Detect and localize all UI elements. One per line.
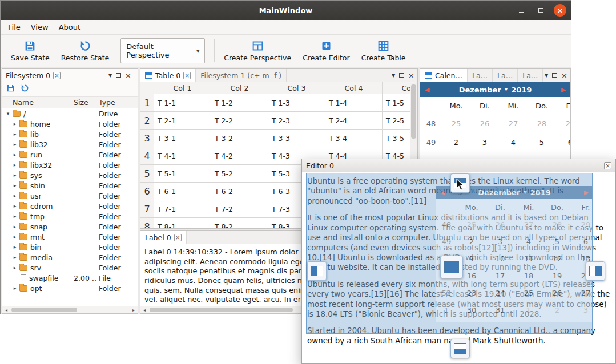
horizontal-scrollbar[interactable]: ◂ ▸	[2, 306, 138, 313]
minimize-button[interactable]	[515, 4, 528, 17]
month-dropdown-icon[interactable]: ▼	[505, 87, 508, 92]
editor-titlebar[interactable]: Editor 0 ×	[302, 159, 615, 172]
expand-arrow-icon[interactable]: ▸	[11, 172, 18, 178]
fs-row[interactable]: ▸homeFolder	[2, 119, 138, 129]
close-panel-icon[interactable]: ×	[125, 72, 131, 79]
calendar-date[interactable]: 26	[470, 119, 499, 128]
expand-arrow-icon[interactable]: ▸	[11, 234, 18, 240]
expand-arrow-icon[interactable]: ▸	[11, 244, 18, 250]
tab-calendar[interactable]: Calen…	[420, 69, 468, 82]
expand-arrow-icon[interactable]: ▸	[11, 265, 18, 270]
save-state-button[interactable]: Save State	[5, 37, 55, 64]
window-titlebar[interactable]: MainWindow ×	[1, 1, 571, 20]
calendar-date[interactable]: 27	[499, 119, 528, 128]
fs-row[interactable]: ▸libFolder	[2, 129, 138, 139]
table-cell[interactable]: T 8-1	[154, 218, 211, 228]
table-cell[interactable]: T 2-3	[268, 112, 325, 130]
expand-arrow-icon[interactable]: ▾	[5, 111, 11, 116]
create-perspective-button[interactable]: Create Perspective	[218, 37, 297, 64]
table-cell[interactable]: T 2-5	[383, 112, 410, 130]
expand-arrow-icon[interactable]: ▸	[11, 285, 18, 291]
row-header[interactable]: 3	[140, 130, 154, 147]
table-cell[interactable]: T 6-2	[211, 183, 268, 200]
restore-icon-small[interactable]	[21, 84, 29, 95]
scroll-track[interactable]	[10, 306, 130, 313]
column-header-size[interactable]: Size	[71, 98, 96, 107]
tab-label-0[interactable]: Label 0 ×	[140, 231, 187, 244]
fs-row[interactable]: ▸sysFolder	[2, 170, 138, 180]
fs-row[interactable]: ▸runFolder	[2, 149, 138, 160]
scroll-right-icon[interactable]: ▸	[130, 308, 138, 313]
table-cell[interactable]: T 2-2	[211, 112, 268, 130]
restore-state-button[interactable]: Restore State	[55, 37, 115, 64]
maximize-button[interactable]	[534, 4, 547, 17]
menu-item-view[interactable]: View	[26, 21, 54, 33]
row-header[interactable]: 2	[140, 112, 154, 130]
table-cell[interactable]: T 8-2	[211, 218, 268, 228]
table-cell[interactable]: T 3-2	[211, 130, 268, 147]
row-header[interactable]: 1	[140, 94, 154, 112]
expand-arrow-icon[interactable]: ▸	[11, 224, 18, 229]
fs-row[interactable]: ▸sbinFolder	[2, 180, 138, 191]
fs-row[interactable]: ▸usrFolder	[2, 191, 138, 201]
tab-close-icon[interactable]: ×	[53, 72, 61, 79]
fs-row[interactable]: swapfile2,00 …File	[2, 273, 138, 283]
table-cell[interactable]: T 3-3	[268, 130, 325, 147]
panel-menu-icon[interactable]: ▼	[392, 73, 395, 78]
tab-label-3[interactable]: La…	[518, 69, 543, 82]
fs-row[interactable]: ▸binFolder	[2, 242, 138, 252]
calendar-date[interactable]: 28	[528, 119, 556, 128]
table-cell[interactable]: T 3-4	[325, 130, 383, 147]
fs-row[interactable]: ▸srvFolder	[2, 262, 138, 273]
row-header[interactable]: 5	[140, 165, 154, 183]
column-header-name[interactable]: Name	[2, 98, 71, 107]
scroll-thumb[interactable]	[150, 308, 293, 312]
fs-row[interactable]: ▸tmpFolder	[2, 211, 138, 221]
table-column-header[interactable]: Col 2	[211, 82, 268, 94]
table-cell[interactable]: T 2-1	[154, 112, 211, 130]
close-editor-icon[interactable]: ×	[604, 162, 611, 169]
perspective-select[interactable]: Default Perspective ▾	[120, 38, 205, 63]
table-column-header[interactable]: Col 1	[154, 82, 211, 94]
scroll-left-icon[interactable]: ◂	[2, 308, 10, 313]
prev-month-icon[interactable]: ◀	[420, 86, 434, 94]
drop-indicator-right[interactable]	[586, 261, 605, 281]
calendar-date[interactable]: 6	[556, 138, 571, 147]
table-cell[interactable]: T 5-1	[154, 165, 211, 183]
tab-table-0[interactable]: Table 0×	[140, 69, 196, 82]
expand-arrow-icon[interactable]: ▸	[11, 254, 18, 260]
tab-filesystem-1[interactable]: Filesystem 1 (c+ m- f-)	[196, 69, 287, 82]
table-cell[interactable]: T 3-1	[154, 130, 211, 147]
table-cell[interactable]: T 7-2	[211, 200, 268, 218]
expand-arrow-icon[interactable]: ▸	[11, 152, 18, 157]
expand-arrow-icon[interactable]: ▸	[11, 193, 18, 199]
table-cell[interactable]: T 4-1	[154, 147, 211, 165]
tab-label-2[interactable]: La…	[493, 69, 518, 82]
fs-row[interactable]: ▸optFolder	[2, 283, 138, 293]
expand-arrow-icon[interactable]: ▸	[11, 162, 18, 168]
calendar-date[interactable]: 2	[442, 138, 470, 147]
drop-indicator-bottom[interactable]	[450, 339, 470, 358]
table-cell[interactable]: T 1-3	[268, 94, 325, 112]
filesystem-panel-titlebar[interactable]: Filesystem 0 × ▼ ×	[2, 69, 138, 82]
table-cell[interactable]: T 6-1	[154, 183, 211, 200]
menu-item-file[interactable]: File	[3, 21, 26, 33]
menu-item-about[interactable]: About	[54, 21, 86, 33]
row-header[interactable]: 4	[140, 147, 154, 165]
expand-arrow-icon[interactable]: ▸	[11, 131, 18, 137]
float-panel-icon[interactable]	[399, 73, 404, 78]
table-column-header[interactable]: Col 3	[268, 82, 325, 94]
scroll-left-icon[interactable]: ◂	[140, 308, 148, 313]
table-column-header[interactable]: Col 4	[325, 82, 383, 94]
scroll-thumb[interactable]	[11, 308, 77, 312]
create-editor-button[interactable]: Create Editor	[297, 37, 356, 64]
calendar-year[interactable]: 2019	[511, 86, 532, 94]
tab-label-1[interactable]: La…	[468, 69, 493, 82]
expand-arrow-icon[interactable]: ▸	[11, 213, 18, 219]
calendar-date[interactable]: 29	[556, 119, 571, 128]
fs-row[interactable]: ▸mediaFolder	[2, 252, 138, 262]
drop-indicator-center[interactable]	[440, 256, 463, 278]
close-panel-icon[interactable]: ×	[408, 72, 414, 79]
expand-arrow-icon[interactable]: ▸	[11, 203, 18, 209]
calendar-date[interactable]: 25	[442, 119, 470, 128]
